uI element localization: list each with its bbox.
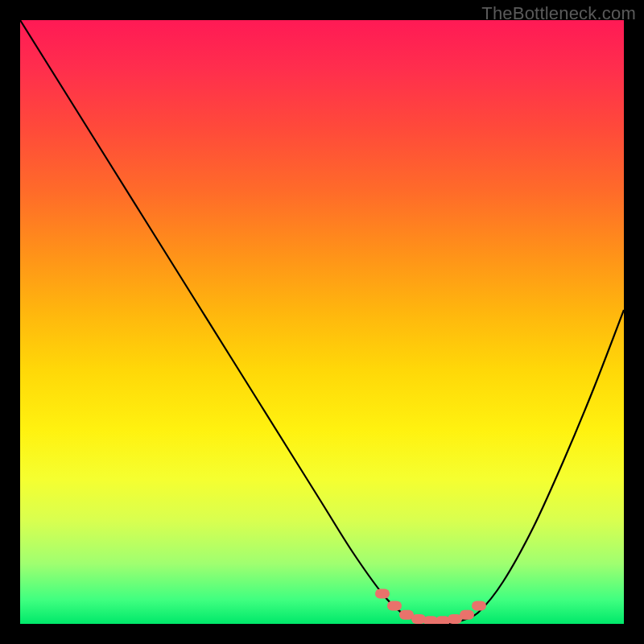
bottleneck-curve-line bbox=[20, 20, 624, 624]
trough-marker-dot bbox=[375, 589, 390, 599]
trough-marker-dot bbox=[460, 610, 474, 620]
chart-svg bbox=[20, 20, 624, 624]
trough-marker-group bbox=[375, 589, 486, 625]
trough-marker-dot bbox=[411, 614, 426, 624]
watermark-text: TheBottleneck.com bbox=[481, 3, 636, 24]
trough-marker-dot bbox=[472, 601, 486, 611]
chart-plot-area bbox=[20, 20, 624, 624]
trough-marker-dot bbox=[387, 601, 402, 611]
